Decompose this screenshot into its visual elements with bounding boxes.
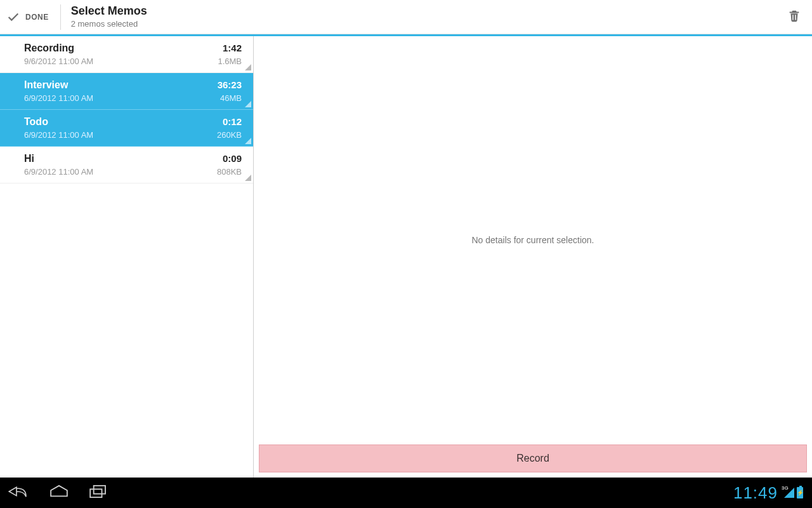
- status-area[interactable]: 11:49 3G ⚡: [733, 483, 803, 503]
- memo-size: 46MB: [220, 93, 242, 103]
- resize-handle-icon: [245, 64, 251, 70]
- memo-duration: 36:23: [218, 79, 242, 90]
- memo-title: Interview: [24, 79, 68, 91]
- clock: 11:49: [733, 483, 778, 503]
- memo-size: 1.6MB: [218, 57, 242, 66]
- delete-button[interactable]: [785, 8, 803, 26]
- memo-list[interactable]: Recording1:429/6/2012 11:00 AM1.6MBInter…: [0, 36, 254, 478]
- done-button[interactable]: DONE: [6, 4, 61, 30]
- trash-icon: [787, 9, 801, 25]
- action-bar: DONE Select Memos 2 memos selected: [0, 0, 812, 34]
- page-title: Select Memos: [71, 5, 147, 18]
- check-icon: [6, 10, 20, 24]
- home-icon: [48, 485, 70, 501]
- page-subtitle: 2 memos selected: [71, 19, 147, 29]
- back-icon: [7, 485, 32, 501]
- memo-item[interactable]: Recording1:429/6/2012 11:00 AM1.6MB: [0, 36, 253, 73]
- memo-size: 808KB: [217, 167, 242, 177]
- memo-title: Recording: [24, 43, 74, 54]
- battery-icon: ⚡: [797, 487, 803, 498]
- record-button[interactable]: Record: [259, 444, 807, 472]
- home-button[interactable]: [48, 484, 70, 502]
- charging-icon: ⚡: [797, 490, 804, 496]
- memo-duration: 0:09: [223, 153, 242, 164]
- memo-date: 6/9/2012 11:00 AM: [24, 130, 93, 140]
- memo-item[interactable]: Todo0:126/9/2012 11:00 AM260KB: [0, 110, 253, 147]
- memo-item[interactable]: Interview36:236/9/2012 11:00 AM46MB: [0, 73, 253, 110]
- memo-date: 9/6/2012 11:00 AM: [24, 57, 93, 66]
- record-label: Record: [516, 453, 549, 464]
- memo-size: 260KB: [217, 130, 242, 140]
- memo-date: 6/9/2012 11:00 AM: [24, 167, 93, 177]
- memo-title: Hi: [24, 153, 34, 164]
- recent-apps-button[interactable]: [88, 484, 109, 502]
- empty-detail-message: No details for current selection.: [254, 235, 812, 245]
- recent-apps-icon: [88, 485, 109, 501]
- detail-pane: No details for current selection. Record: [254, 36, 812, 478]
- resize-handle-icon: [245, 101, 251, 107]
- title-block: Select Memos 2 memos selected: [71, 5, 147, 29]
- system-nav-bar: 11:49 3G ⚡: [0, 478, 812, 508]
- memo-item[interactable]: Hi0:096/9/2012 11:00 AM808KB: [0, 147, 253, 184]
- resize-handle-icon: [245, 175, 251, 181]
- memo-date: 6/9/2012 11:00 AM: [24, 93, 93, 103]
- memo-duration: 0:12: [223, 116, 242, 127]
- memo-duration: 1:42: [223, 43, 242, 53]
- signal-icon: 3G: [783, 488, 794, 498]
- back-button[interactable]: [9, 484, 30, 502]
- resize-handle-icon: [245, 138, 251, 144]
- memo-title: Todo: [24, 116, 48, 128]
- done-label: DONE: [25, 13, 49, 22]
